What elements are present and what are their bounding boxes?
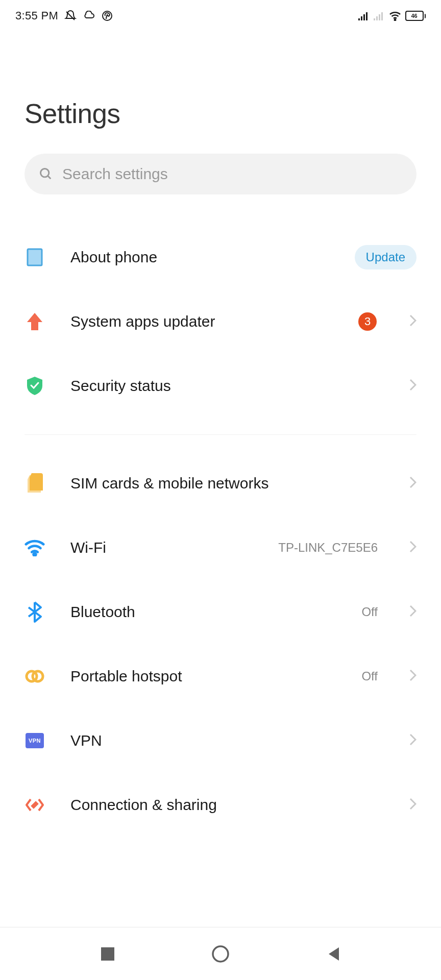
svg-rect-7 (379, 14, 380, 20)
battery-indicator: 46 (405, 11, 426, 21)
bluetooth-icon (24, 602, 45, 622)
signal-icon-2 (374, 11, 385, 20)
item-value: Off (361, 669, 378, 683)
pinterest-icon (101, 10, 113, 22)
wifi-setting-icon (24, 537, 45, 558)
status-bar: 3:55 PM (0, 0, 441, 32)
settings-item-sim[interactable]: SIM cards & mobile networks (24, 451, 416, 516)
status-right: 46 (358, 11, 426, 21)
chevron-right-icon (409, 605, 416, 619)
item-label: Security status (70, 377, 384, 395)
svg-rect-8 (381, 12, 383, 20)
home-button[interactable] (210, 944, 231, 964)
item-label: Connection & sharing (70, 796, 384, 814)
chevron-right-icon (409, 314, 416, 329)
notification-muted-icon (64, 10, 77, 22)
svg-rect-1 (358, 18, 360, 20)
item-value: TP-LINK_C7E5E6 (278, 541, 378, 555)
back-button[interactable] (323, 944, 344, 964)
settings-item-bluetooth[interactable]: Bluetooth Off (24, 580, 416, 644)
divider (24, 434, 416, 435)
search-icon (39, 167, 53, 181)
phone-icon (24, 247, 45, 267)
svg-point-10 (41, 169, 49, 177)
settings-item-connection[interactable]: Connection & sharing (24, 773, 416, 837)
update-pill[interactable]: Update (355, 245, 416, 270)
connection-icon (24, 795, 45, 815)
settings-item-wifi[interactable]: Wi-Fi TP-LINK_C7E5E6 (24, 516, 416, 580)
item-label: SIM cards & mobile networks (70, 475, 384, 492)
svg-rect-6 (376, 16, 378, 20)
chevron-right-icon (409, 669, 416, 683)
svg-rect-11 (28, 249, 42, 265)
signal-icon-1 (358, 11, 370, 20)
settings-item-system-apps[interactable]: System apps updater 3 (24, 289, 416, 354)
hotspot-icon (24, 666, 45, 687)
arrow-up-icon (24, 311, 45, 332)
count-badge: 3 (358, 312, 377, 331)
svg-rect-2 (361, 16, 362, 20)
cloud-icon (83, 11, 95, 21)
sim-icon (24, 473, 45, 494)
item-label: Portable hotspot (70, 668, 336, 685)
svg-point-12 (34, 553, 36, 556)
page-title: Settings (24, 98, 416, 129)
recent-apps-button[interactable] (97, 944, 118, 964)
chevron-right-icon (409, 733, 416, 748)
chevron-right-icon (409, 476, 416, 491)
svg-rect-3 (363, 14, 365, 20)
item-label: Wi-Fi (70, 539, 253, 556)
battery-level: 46 (405, 11, 424, 21)
item-label: System apps updater (70, 313, 333, 330)
navigation-bar (0, 927, 441, 980)
settings-item-security[interactable]: Security status (24, 354, 416, 418)
item-value: Off (361, 605, 378, 619)
chevron-right-icon (409, 379, 416, 393)
settings-list: About phone Update System apps updater 3 (24, 225, 416, 837)
svg-rect-15 (101, 947, 114, 961)
svg-rect-4 (366, 12, 368, 20)
item-label: About phone (70, 249, 329, 266)
chevron-right-icon (409, 798, 416, 812)
item-label: Bluetooth (70, 603, 336, 621)
chevron-right-icon (409, 541, 416, 555)
svg-point-16 (213, 946, 228, 962)
settings-item-hotspot[interactable]: Portable hotspot Off (24, 644, 416, 708)
vpn-icon: VPN (24, 730, 45, 751)
settings-item-vpn[interactable]: VPN VPN (24, 708, 416, 773)
wifi-icon (389, 11, 401, 21)
search-input[interactable] (62, 165, 402, 183)
svg-point-9 (394, 19, 395, 20)
shield-icon (24, 376, 45, 396)
status-left: 3:55 PM (15, 9, 113, 22)
search-box[interactable] (24, 154, 416, 194)
svg-rect-5 (374, 18, 375, 20)
settings-item-about-phone[interactable]: About phone Update (24, 225, 416, 289)
settings-content: Settings About phone Update (0, 32, 441, 927)
item-label: VPN (70, 732, 384, 749)
status-time: 3:55 PM (15, 9, 58, 22)
